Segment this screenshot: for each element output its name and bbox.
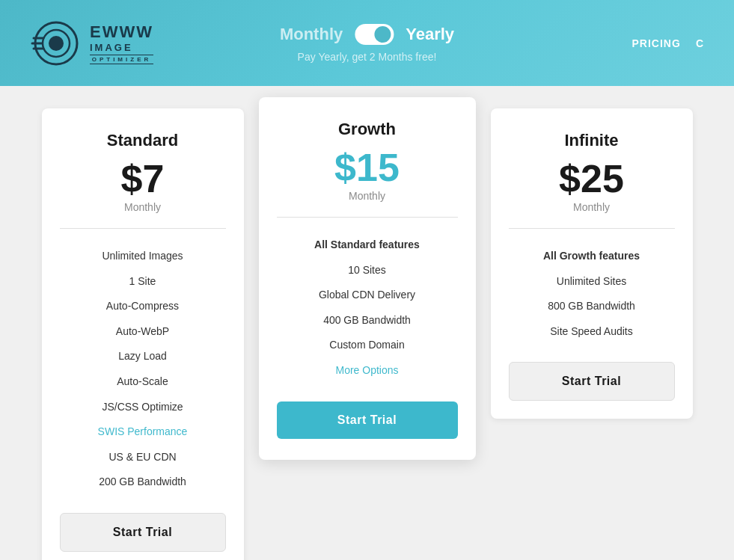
plan-name-growth: Growth (338, 120, 396, 139)
list-item: US & EU CDN (60, 445, 226, 470)
divider-standard (60, 228, 226, 229)
plan-price-growth: $15 (334, 148, 400, 187)
logo-area: EWWW IMAGE OPTIMIZER (30, 17, 153, 70)
plan-price-standard: $7 (121, 159, 165, 198)
plan-card-standard: Standard $7 Monthly Unlimited Images 1 S… (42, 108, 244, 560)
list-item: 200 GB Bandwidth (60, 470, 226, 495)
list-item: All Standard features (277, 233, 458, 258)
list-item: 800 GB Bandwidth (509, 294, 675, 319)
plan-price-infinite: $25 (559, 159, 624, 198)
yearly-label: Yearly (406, 25, 454, 44)
logo-ewww-text: EWWW (90, 22, 153, 42)
logo-image-text: IMAGE (90, 42, 153, 53)
list-item: Auto-Compress (60, 294, 226, 319)
logo-optimizer-text: OPTIMIZER (90, 55, 153, 64)
plan-name-infinite: Infinite (564, 131, 618, 150)
features-infinite: All Growth features Unlimited Sites 800 … (509, 244, 675, 344)
header-center: Monthly Yearly Pay Yearly, get 2 Months … (280, 24, 454, 63)
features-standard: Unlimited Images 1 Site Auto-Compress Au… (60, 244, 226, 495)
main-content: Standard $7 Monthly Unlimited Images 1 S… (0, 86, 734, 560)
list-item: Auto-WebP (60, 319, 226, 345)
list-item: 400 GB Bandwidth (277, 308, 458, 333)
features-growth: All Standard features 10 Sites Global CD… (277, 233, 458, 384)
list-item: Site Speed Audits (509, 319, 675, 345)
billing-note: Pay Yearly, get 2 Months free! (298, 51, 437, 63)
svg-point-2 (49, 36, 64, 51)
start-trial-growth[interactable]: Start Trial (277, 401, 458, 439)
list-item: All Growth features (509, 244, 675, 269)
list-item: Custom Domain (277, 333, 458, 358)
list-item: 1 Site (60, 269, 226, 295)
divider-infinite (509, 228, 675, 229)
list-item: Lazy Load (60, 344, 226, 369)
plan-card-growth: Growth $15 Monthly All Standard features… (259, 97, 476, 460)
plan-card-infinite: Infinite $25 Monthly All Growth features… (491, 108, 693, 419)
plan-period-standard: Monthly (124, 201, 161, 213)
header: EWWW IMAGE OPTIMIZER Monthly Yearly Pay … (0, 0, 734, 86)
start-trial-standard[interactable]: Start Trial (60, 513, 226, 552)
list-item: 10 Sites (277, 258, 458, 283)
start-trial-infinite[interactable]: Start Trial (509, 362, 675, 401)
logo-icon (30, 17, 82, 70)
plan-name-standard: Standard (107, 131, 178, 150)
plan-period-infinite: Monthly (573, 201, 610, 213)
list-item: Unlimited Images (60, 244, 226, 269)
nav-contact[interactable]: C (696, 37, 704, 49)
header-nav: PRICING C (632, 37, 704, 49)
monthly-label: Monthly (280, 25, 343, 44)
billing-toggle-switch[interactable] (355, 24, 394, 45)
list-item: Global CDN Delivery (277, 283, 458, 308)
toggle-knob (374, 26, 391, 43)
logo-text: EWWW IMAGE OPTIMIZER (90, 22, 153, 64)
list-item-more-options[interactable]: More Options (277, 358, 458, 384)
billing-toggle: Monthly Yearly (280, 24, 454, 45)
list-item: JS/CSS Optimize (60, 395, 226, 420)
list-item: Unlimited Sites (509, 269, 675, 295)
divider-growth (277, 217, 458, 218)
nav-pricing[interactable]: PRICING (632, 37, 681, 49)
list-item-swis[interactable]: SWIS Performance (60, 419, 226, 445)
plan-period-growth: Monthly (349, 190, 385, 202)
list-item: Auto-Scale (60, 369, 226, 395)
